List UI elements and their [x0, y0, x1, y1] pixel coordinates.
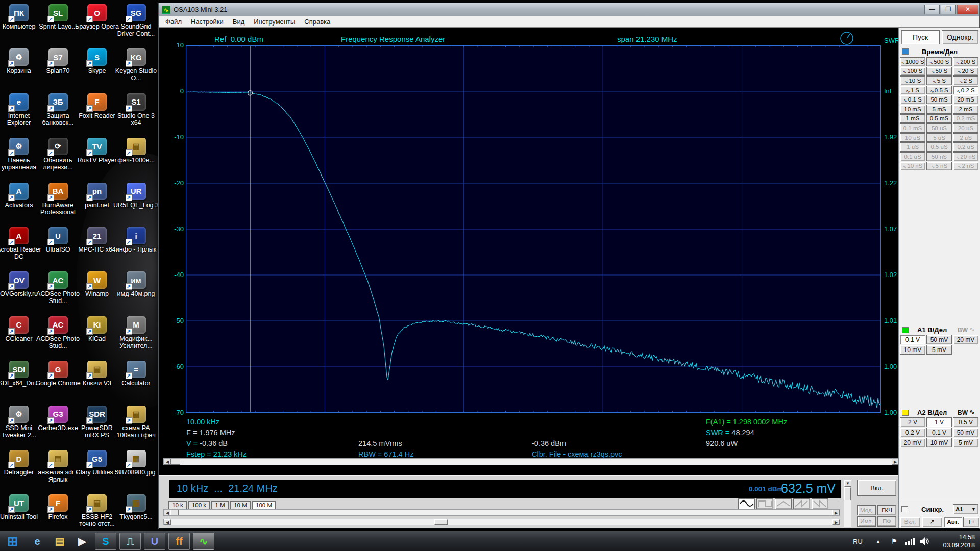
tb-button-200S[interactable]: ∿200 S — [953, 57, 978, 66]
sync-on-button[interactable]: Вкл. — [900, 517, 920, 527]
tb-button-0.2S[interactable]: ∿0.2 S — [953, 86, 978, 95]
a2-button-2V[interactable]: 2 V — [900, 417, 925, 427]
ramp-down-waveform-button[interactable] — [812, 498, 828, 509]
a2-button-50mV[interactable]: 50 mV — [953, 428, 978, 437]
tb-button-5mS[interactable]: 5 mS — [926, 105, 952, 114]
imp-button[interactable]: Имп. — [857, 516, 876, 527]
tb-button-500S[interactable]: ∿500 S — [926, 57, 952, 66]
tb-button-50S[interactable]: ∿50 S — [926, 67, 952, 76]
level-vertical-scrollbar[interactable]: ▲ ▼ — [844, 480, 851, 527]
language-indicator[interactable]: RU — [853, 538, 863, 545]
square-waveform-button[interactable] — [756, 498, 773, 509]
network-icon[interactable] — [905, 531, 915, 551]
a1-button-20mV[interactable]: 20 mV — [953, 335, 978, 344]
coarse-tune-scrollbar[interactable]: ◀▶ — [163, 509, 840, 516]
close-button[interactable]: ✕ — [957, 5, 978, 14]
sine-waveform-button[interactable] — [738, 498, 755, 509]
a2-button-1V[interactable]: 1 V — [926, 417, 952, 427]
tb-button-2nS[interactable]: ∿2 nS — [953, 162, 978, 171]
sync-edge-button[interactable]: ↗ — [922, 517, 942, 527]
desktop-icon-фнч-1000в-[interactable]: ▤↗фнч-1000в... — [113, 138, 160, 164]
tb-button-0.5S[interactable]: ∿0.5 S — [926, 86, 952, 95]
sync-tplus-button[interactable]: Т+ — [963, 517, 979, 527]
tb-button-1S[interactable]: ∿1 S — [900, 86, 925, 95]
menu-item-настройки[interactable]: Настройки — [186, 17, 228, 27]
a2-button-0.2V[interactable]: 0.2 V — [900, 428, 925, 437]
tb-button-20S[interactable]: ∿20 S — [953, 67, 978, 76]
taskbar-clock[interactable]: 14:58 03.09.2018 — [943, 533, 975, 549]
taskbar-start-button[interactable]: ⊞ — [4, 533, 21, 550]
gkch-button[interactable]: ГКЧ — [877, 505, 896, 515]
frequency-response-plot[interactable] — [186, 45, 881, 413]
action-center-flag-icon[interactable]: ⚑ — [891, 537, 897, 545]
tb-button-0.1mS[interactable]: 0.1 mS — [900, 123, 925, 133]
start-button[interactable]: Пуск — [901, 30, 940, 44]
tb-button-1uS[interactable]: 1 uS — [900, 142, 925, 152]
ramp-up-waveform-button[interactable] — [793, 498, 810, 509]
desktop-icon-tkyqonc5-[interactable]: ▦↗Tkyqonc5... — [113, 494, 160, 520]
taskbar-windows-explorer-icon[interactable]: ▤ — [51, 533, 68, 550]
channel-a2-swatch[interactable] — [902, 410, 909, 416]
tb-button-10S[interactable]: ∿10 S — [900, 76, 925, 85]
title-bar[interactable]: ∿ OSA103 Mini 3.21 — ❐ ✕ — [159, 3, 979, 16]
tb-button-10mS[interactable]: 10 mS — [900, 105, 925, 114]
a1-button-10mV[interactable]: 10 mV — [900, 345, 925, 355]
tb-button-50uS[interactable]: 50 uS — [926, 123, 952, 133]
mod-button[interactable]: Мод. — [857, 505, 876, 515]
tb-button-0.1S[interactable]: ∿0.1 S — [900, 95, 925, 104]
tb-button-5S[interactable]: ∿5 S — [926, 76, 952, 85]
tb-button-0.2mS[interactable]: 0.2 mS — [953, 114, 978, 123]
taskbar-internet-explorer-icon[interactable]: e — [29, 533, 46, 550]
sync-enable-checkbox[interactable] — [901, 506, 908, 512]
desktop-icon-ur5eqf-log-3[interactable]: UR↗UR5EQF_Log 3 — [113, 183, 160, 209]
single-sweep-button[interactable]: Однокр. — [942, 30, 978, 44]
tb-button-0.2uS[interactable]: 0.2 uS — [953, 142, 978, 152]
a2-button-20mV[interactable]: 20 mV — [900, 438, 925, 447]
menu-item-справка[interactable]: Справка — [300, 17, 335, 27]
freq-unit-button-1M[interactable]: 1 M — [211, 501, 229, 510]
tb-button-2mS[interactable]: 2 mS — [953, 105, 978, 114]
desktop-icon-soundgrid-driver-cont-[interactable]: SG↗SoundGrid Driver Cont... — [113, 4, 160, 37]
tb-button-100S[interactable]: ∿100 S — [900, 67, 925, 76]
chart-horizontal-scrollbar[interactable]: ◀▶ — [163, 458, 899, 465]
tb-button-0.5uS[interactable]: 0.5 uS — [926, 142, 952, 152]
a1-button-0.1V[interactable]: 0.1 V — [900, 335, 925, 344]
channel-a1-swatch[interactable] — [902, 327, 909, 333]
desktop-icon-38708980-jpg[interactable]: ▦↗38708980.jpg — [113, 450, 160, 476]
taskbar-skype-icon[interactable]: S — [95, 533, 116, 550]
tb-button-2S[interactable]: ∿2 S — [953, 76, 978, 85]
a1-button-5mV[interactable]: 5 mV — [926, 345, 952, 355]
desktop-icon-схема-pa-100ватт-фнч[interactable]: ▤↗схема PA 100ватт+фнч — [113, 406, 160, 439]
tb-button-2uS[interactable]: 2 uS — [953, 133, 978, 142]
tb-button-20mS[interactable]: 20 mS — [953, 95, 978, 104]
menu-item-инструменты[interactable]: Инструменты — [249, 17, 300, 27]
taskbar-media-player-icon[interactable]: ▶ — [74, 533, 91, 550]
desktop-icon-имд-40м-png[interactable]: им↗имд-40м.png — [113, 271, 160, 297]
freq-unit-button-10k[interactable]: 10 k — [168, 501, 187, 510]
tb-button-1000S[interactable]: ∿1000 S — [900, 57, 925, 66]
tb-button-50mS[interactable]: 50 mS — [926, 95, 952, 104]
taskbar-firefox-icon[interactable]: ff — [168, 533, 190, 550]
a2-button-0.5V[interactable]: 0.5 V — [953, 417, 978, 427]
triangle-waveform-button[interactable] — [775, 498, 792, 509]
sync-source-dropdown[interactable]: A1▼ — [953, 504, 978, 514]
freq-unit-button-10M[interactable]: 10 M — [230, 501, 251, 510]
a2-button-10mV[interactable]: 10 mV — [926, 438, 952, 447]
a2-bw-label[interactable]: BW — [958, 409, 968, 416]
tb-button-50nS[interactable]: 50 nS — [926, 152, 952, 161]
a2-button-0.1V[interactable]: 0.1 V — [926, 428, 952, 437]
freq-unit-button-100k[interactable]: 100 k — [188, 501, 210, 510]
a1-bw-label[interactable]: BW — [958, 327, 968, 334]
generator-on-button[interactable]: Вкл. — [857, 480, 896, 496]
desktop-icon-keygen-studio-o-[interactable]: KG↗Keygen Studio O... — [113, 48, 160, 82]
freq-unit-button-100M[interactable]: 100 M — [252, 501, 276, 510]
tb-button-10uS[interactable]: 10 uS — [900, 133, 925, 142]
a1-button-50mV[interactable]: 50 mV — [926, 335, 952, 344]
desktop-icon-инфо-ярлык[interactable]: i↗инфо - Ярлык — [113, 227, 160, 253]
a2-button-5mV[interactable]: 5 mV — [953, 438, 978, 447]
volume-icon[interactable] — [920, 531, 930, 551]
taskbar-ur5eqf-log-icon[interactable]: U — [144, 533, 165, 550]
menu-item-файл[interactable]: Файл — [161, 17, 186, 27]
fine-tune-scrollbar[interactable]: ◀▶ — [163, 519, 840, 525]
taskbar-osa103-icon[interactable]: ∿ — [193, 533, 214, 550]
